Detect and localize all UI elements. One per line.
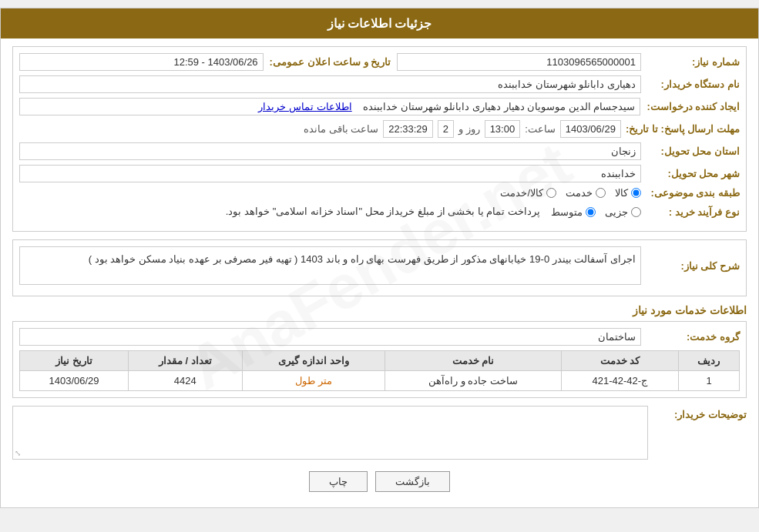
deadline-remaining: 22:33:29: [383, 120, 433, 138]
deadline-row: مهلت ارسال پاسخ: تا تاریخ: 1403/06/29 سا…: [19, 120, 740, 138]
deadline-days: 2: [438, 120, 454, 138]
requester-text: سیدجسام الدین موسویان دهیار دهیاری دابان…: [363, 101, 635, 112]
requester-value: سیدجسام الدین موسویان دهیار دهیاری دابان…: [19, 98, 640, 115]
deadline-date: 1403/06/29: [560, 120, 621, 138]
requester-label: ایجاد کننده درخواست:: [646, 101, 740, 112]
buyer-notes-box: ⤡: [12, 406, 648, 460]
process-row: نوع فرآیند خرید : جزیی متوسط پرداخت تمام…: [19, 203, 740, 220]
services-table-header-row: ردیف کد خدمت نام خدمت واحد اندازه گیری ت…: [20, 351, 740, 371]
services-table-body: 1 ج-42-42-421 ساخت جاده و راه‌آهن متر طو…: [20, 371, 740, 391]
buyer-notes-label: توضیحات خریدار:: [654, 406, 747, 420]
buyer-org-row: نام دستگاه خریدار: دهیاری دابانلو شهرستا…: [19, 75, 740, 93]
deadline-days-label: روز و: [458, 123, 480, 135]
deadline-time-label: ساعت:: [525, 123, 556, 135]
cell-unit: متر طول: [242, 371, 385, 391]
category-label: طبقه بندی موضوعی:: [647, 187, 740, 199]
need-number-label: شماره نیاز:: [647, 56, 740, 68]
col-header-rownum: ردیف: [678, 351, 739, 371]
cell-rownum: 1: [678, 371, 739, 391]
buyer-org-value: دهیاری دابانلو شهرستان خداببنده: [19, 75, 641, 93]
process-label: نوع فرآیند خرید :: [647, 206, 740, 218]
deadline-time: 13:00: [485, 120, 521, 138]
col-header-date: تاریخ نیاز: [20, 351, 129, 371]
announce-label: تاریخ و ساعت اعلان عمومی:: [270, 56, 391, 68]
category-option-both[interactable]: کالا/خدمت: [500, 187, 556, 199]
category-row: طبقه بندی موضوعی: کالا خدمت کالا/خدمت: [19, 187, 740, 199]
need-description-text: اجرای آسفالت بیندر 0-19 خیابانهای مذکور …: [19, 246, 641, 285]
print-button[interactable]: چاپ: [309, 471, 368, 492]
cell-service-name: ساخت جاده و راه‌آهن: [385, 371, 561, 391]
province-row: استان محل تحویل: زنجان: [19, 142, 740, 160]
services-table: ردیف کد خدمت نام خدمت واحد اندازه گیری ت…: [19, 350, 740, 391]
process-option-motavaset[interactable]: متوسط: [551, 206, 596, 218]
service-group-label: گروه خدمت:: [647, 331, 740, 343]
buyer-notes-section: توضیحات خریدار: ⤡: [12, 406, 747, 460]
services-table-header: ردیف کد خدمت نام خدمت واحد اندازه گیری ت…: [20, 351, 740, 371]
cell-service-code: ج-42-42-421: [561, 371, 678, 391]
deadline-label: مهلت ارسال پاسخ: تا تاریخ:: [626, 123, 740, 135]
city-label: شهر محل تحویل:: [647, 168, 740, 179]
announce-value: 1403/06/26 - 12:59: [19, 53, 264, 71]
process-note: پرداخت تمام یا بخشی از مبلغ خریداز محل "…: [19, 203, 545, 220]
cell-date: 1403/06/29: [20, 371, 129, 391]
services-info-section: گروه خدمت: ساختمان ردیف کد خدمت نام خدمت…: [12, 321, 747, 398]
need-description-row: شرح کلی نیاز: اجرای آسفالت بیندر 0-19 خی…: [19, 246, 740, 285]
requester-contact-link[interactable]: اطلاعات تماس خریدار: [258, 101, 351, 112]
need-number-row: شماره نیاز: 1103096565000001 تاریخ و ساع…: [19, 53, 740, 71]
need-description-section: شرح کلی نیاز: اجرای آسفالت بیندر 0-19 خی…: [12, 239, 747, 296]
requester-row: ایجاد کننده درخواست: سیدجسام الدین موسوی…: [19, 98, 740, 115]
services-section-title: اطلاعات خدمات مورد نیاز: [12, 304, 747, 316]
province-value: زنجان: [19, 142, 641, 160]
service-group-row: گروه خدمت: ساختمان: [19, 328, 740, 346]
need-number-value: 1103096565000001: [397, 53, 641, 71]
city-value: خداببنده: [19, 165, 641, 182]
province-label: استان محل تحویل:: [647, 146, 740, 157]
city-row: شهر محل تحویل: خداببنده: [19, 165, 740, 182]
buyer-org-label: نام دستگاه خریدار:: [647, 79, 740, 90]
process-option-jozi[interactable]: جزیی: [605, 206, 641, 218]
table-row: 1 ج-42-42-421 ساخت جاده و راه‌آهن متر طو…: [20, 371, 740, 391]
cell-quantity: 4424: [129, 371, 242, 391]
col-header-qty: تعداد / مقدار: [129, 351, 242, 371]
category-option-kala[interactable]: کالا: [615, 187, 641, 199]
page-title: جزئیات اطلاعات نیاز: [1, 8, 758, 38]
category-radio-group: کالا خدمت کالا/خدمت: [500, 187, 641, 199]
service-group-value: ساختمان: [19, 328, 641, 346]
need-description-label: شرح کلی نیاز:: [647, 260, 740, 272]
col-header-unit: واحد اندازه گیری: [242, 351, 385, 371]
button-row: بازگشت چاپ: [12, 471, 747, 492]
process-radio-group: جزیی متوسط: [551, 206, 641, 218]
deadline-remaining-label: ساعت باقی مانده: [304, 123, 378, 135]
main-info-section: شماره نیاز: 1103096565000001 تاریخ و ساع…: [12, 46, 747, 232]
col-header-code: کد خدمت: [561, 351, 678, 371]
category-option-khedmat[interactable]: خدمت: [566, 187, 606, 199]
back-button[interactable]: بازگشت: [375, 471, 450, 492]
resize-icon: ⤡: [15, 449, 21, 457]
col-header-name: نام خدمت: [385, 351, 561, 371]
